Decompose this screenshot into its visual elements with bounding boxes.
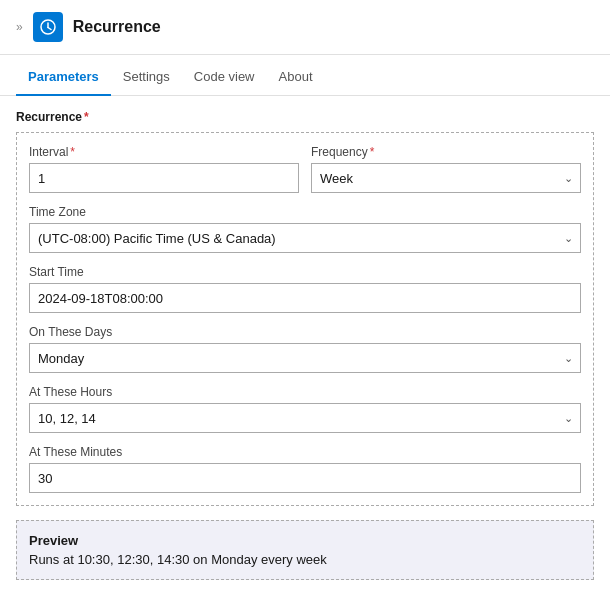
at-these-minutes-field-group: At These Minutes xyxy=(29,445,581,493)
page-title: Recurrence xyxy=(73,18,161,36)
interval-label: Interval* xyxy=(29,145,299,159)
frequency-field-group: Frequency* Week Second Minute Hour Day M… xyxy=(311,145,581,193)
tab-code-view[interactable]: Code view xyxy=(182,59,267,96)
content-area: Recurrence* Interval* Frequency* Week Se… xyxy=(0,96,610,594)
preview-box: Preview Runs at 10:30, 12:30, 14:30 on M… xyxy=(16,520,594,580)
on-these-days-label: On These Days xyxy=(29,325,581,339)
preview-text: Runs at 10:30, 12:30, 14:30 on Monday ev… xyxy=(29,552,581,567)
interval-frequency-row: Interval* Frequency* Week Second Minute … xyxy=(29,145,581,193)
timezone-label: Time Zone xyxy=(29,205,581,219)
timezone-select-wrapper: (UTC-08:00) Pacific Time (US & Canada) ⌄ xyxy=(29,223,581,253)
preview-title: Preview xyxy=(29,533,581,548)
svg-line-2 xyxy=(48,28,51,30)
recurrence-container: Interval* Frequency* Week Second Minute … xyxy=(16,132,594,506)
start-time-input[interactable] xyxy=(29,283,581,313)
frequency-select[interactable]: Week Second Minute Hour Day Month xyxy=(311,163,581,193)
at-these-hours-select-wrapper: 10, 12, 14 ⌄ xyxy=(29,403,581,433)
timezone-select[interactable]: (UTC-08:00) Pacific Time (US & Canada) xyxy=(29,223,581,253)
on-these-days-field-group: On These Days Monday Sunday Tuesday Wedn… xyxy=(29,325,581,373)
start-time-field-group: Start Time xyxy=(29,265,581,313)
frequency-label: Frequency* xyxy=(311,145,581,159)
at-these-minutes-label: At These Minutes xyxy=(29,445,581,459)
interval-input[interactable] xyxy=(29,163,299,193)
header: » Recurrence xyxy=(0,0,610,55)
at-these-hours-label: At These Hours xyxy=(29,385,581,399)
on-these-days-select[interactable]: Monday Sunday Tuesday Wednesday Thursday… xyxy=(29,343,581,373)
frequency-select-wrapper: Week Second Minute Hour Day Month ⌄ xyxy=(311,163,581,193)
expand-icon[interactable]: » xyxy=(16,20,23,34)
tab-parameters[interactable]: Parameters xyxy=(16,59,111,96)
at-these-hours-select[interactable]: 10, 12, 14 xyxy=(29,403,581,433)
tab-bar: Parameters Settings Code view About xyxy=(0,59,610,96)
app-icon xyxy=(33,12,63,42)
start-time-label: Start Time xyxy=(29,265,581,279)
interval-field-group: Interval* xyxy=(29,145,299,193)
recurrence-label: Recurrence* xyxy=(16,110,594,124)
tab-about[interactable]: About xyxy=(267,59,325,96)
timezone-field-group: Time Zone (UTC-08:00) Pacific Time (US &… xyxy=(29,205,581,253)
tab-settings[interactable]: Settings xyxy=(111,59,182,96)
on-these-days-select-wrapper: Monday Sunday Tuesday Wednesday Thursday… xyxy=(29,343,581,373)
at-these-hours-field-group: At These Hours 10, 12, 14 ⌄ xyxy=(29,385,581,433)
at-these-minutes-input[interactable] xyxy=(29,463,581,493)
